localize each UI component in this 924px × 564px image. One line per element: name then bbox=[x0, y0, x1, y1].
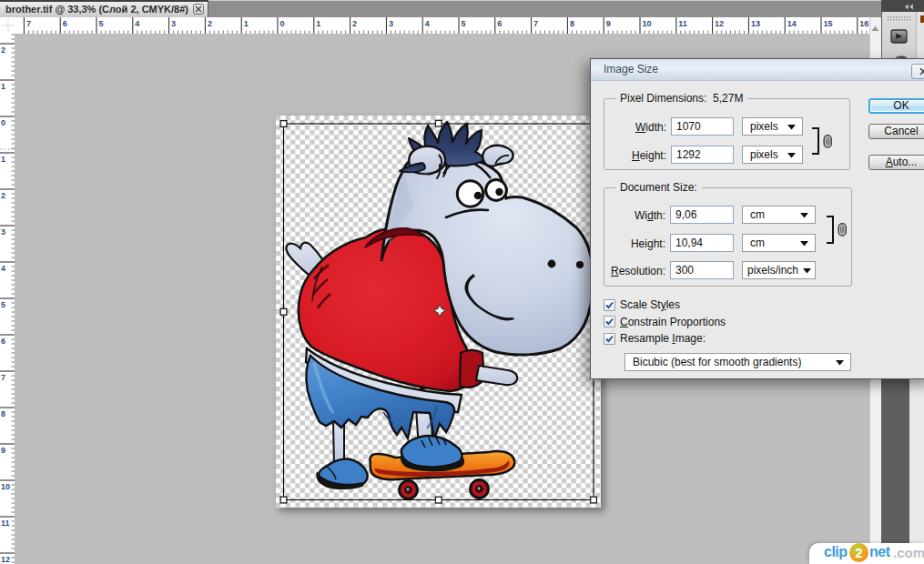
svg-text:0: 0 bbox=[1, 118, 5, 127]
svg-text:2: 2 bbox=[1, 45, 5, 55]
svg-text:7: 7 bbox=[1, 373, 5, 382]
svg-text:14: 14 bbox=[787, 19, 797, 28]
svg-text:1: 1 bbox=[316, 19, 320, 28]
svg-text:12: 12 bbox=[715, 19, 724, 28]
svg-text:2: 2 bbox=[1, 191, 5, 200]
svg-text:0: 0 bbox=[280, 19, 285, 28]
svg-text:5: 5 bbox=[462, 19, 466, 28]
svg-text:1: 1 bbox=[1, 155, 5, 164]
svg-text:7: 7 bbox=[533, 19, 538, 28]
svg-text:10: 10 bbox=[643, 19, 652, 28]
svg-text:12: 12 bbox=[1, 555, 10, 564]
svg-text:3: 3 bbox=[389, 19, 393, 28]
svg-text:10: 10 bbox=[1, 482, 10, 491]
svg-text:6: 6 bbox=[497, 19, 502, 28]
svg-text:8: 8 bbox=[570, 19, 574, 28]
svg-text:3: 3 bbox=[171, 19, 176, 28]
svg-text:9: 9 bbox=[606, 19, 611, 28]
svg-text:15: 15 bbox=[824, 19, 833, 28]
svg-text:8: 8 bbox=[1, 409, 5, 418]
svg-text:4: 4 bbox=[135, 19, 139, 28]
svg-text:11: 11 bbox=[678, 19, 687, 28]
svg-text:11: 11 bbox=[1, 519, 10, 528]
svg-text:5: 5 bbox=[1, 300, 5, 309]
svg-text:9: 9 bbox=[1, 446, 5, 455]
svg-text:4: 4 bbox=[1, 264, 5, 273]
svg-text:7: 7 bbox=[26, 19, 31, 28]
svg-text:2: 2 bbox=[352, 19, 357, 28]
svg-text:1: 1 bbox=[1, 82, 5, 91]
svg-text:16: 16 bbox=[859, 19, 868, 28]
svg-text:6: 6 bbox=[1, 337, 5, 346]
svg-text:13: 13 bbox=[751, 19, 760, 28]
svg-text:4: 4 bbox=[425, 19, 430, 28]
svg-text:1: 1 bbox=[244, 19, 249, 28]
svg-text:6: 6 bbox=[63, 19, 67, 28]
svg-text:5: 5 bbox=[99, 19, 104, 28]
svg-text:3: 3 bbox=[1, 227, 5, 237]
svg-text:2: 2 bbox=[208, 19, 212, 28]
